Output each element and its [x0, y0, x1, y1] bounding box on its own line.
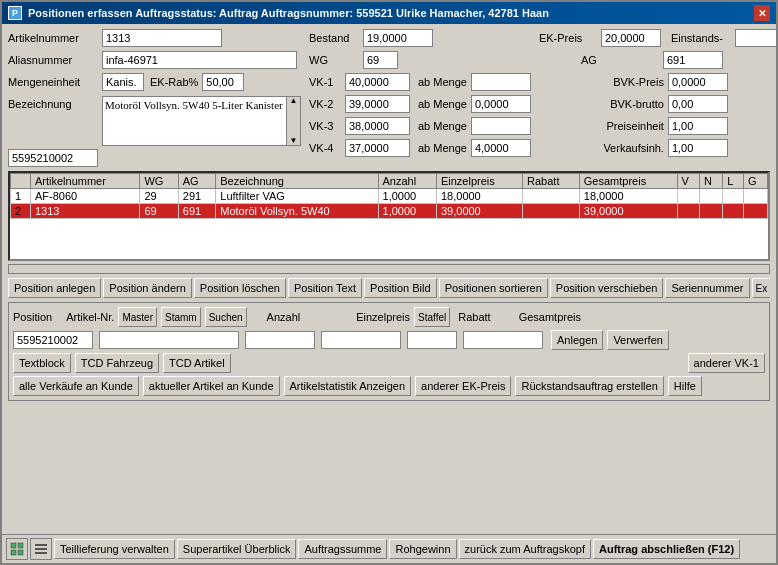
superartikel-button[interactable]: Superartikel Überblick: [177, 539, 297, 559]
bezeichnung-scrollbar[interactable]: ▲ ▼: [287, 96, 301, 146]
anderer-vk1-button[interactable]: anderer VK-1: [688, 353, 765, 373]
data-table-wrapper: Artikelnummer WG AG Bezeichnung Anzahl E…: [8, 171, 770, 261]
zurueck-button[interactable]: zurück zum Auftragskopf: [459, 539, 591, 559]
rohgewinn-button[interactable]: Rohgewinn: [389, 539, 456, 559]
grid1-icon: [10, 542, 24, 556]
alle-verkaeufe-button[interactable]: alle Verkäufe an Kunde: [13, 376, 139, 396]
bvkpreis-input[interactable]: [668, 73, 728, 91]
scroll-down-icon[interactable]: ▼: [290, 137, 298, 145]
aliasnummer-label: Aliasnummer: [8, 54, 98, 66]
icon-grid2[interactable]: [30, 538, 52, 560]
artikelstatistik-button[interactable]: Artikelstatistik Anzeigen: [284, 376, 412, 396]
bezeichnung-textarea[interactable]: Motoröl Vollsyn. 5W40 5-Liter Kanister: [102, 96, 287, 146]
vk3-input[interactable]: [345, 117, 410, 135]
position-input[interactable]: [13, 331, 93, 349]
bottom-toolbar: Teillieferung verwalten Superartikel Übe…: [2, 534, 776, 563]
position-verschieben-button[interactable]: Position verschieben: [550, 278, 664, 298]
scroll-up-icon[interactable]: ▲: [290, 97, 298, 105]
ex-button[interactable]: Ex: [752, 278, 770, 298]
ab-menge3-input[interactable]: [471, 117, 531, 135]
mengeneinheit-input[interactable]: [102, 73, 144, 91]
table-row[interactable]: 2131369691Motoröl Vollsyn. 5W401,000039,…: [11, 204, 768, 219]
hilfe-button[interactable]: Hilfe: [668, 376, 702, 396]
auftragssumme-button[interactable]: Auftragssumme: [298, 539, 387, 559]
artikelnummer-row: Artikelnummer: [8, 28, 301, 48]
staffel-button[interactable]: Staffel: [414, 307, 450, 327]
ekrab-label: EK-Rab%: [150, 76, 198, 88]
barcode-input[interactable]: [8, 149, 98, 167]
anlegen-button[interactable]: Anlegen: [551, 330, 603, 350]
abschliessen-button[interactable]: Auftrag abschließen (F12): [593, 539, 740, 559]
teillieferung-button[interactable]: Teillieferung verwalten: [54, 539, 175, 559]
ab-menge4-input[interactable]: [471, 139, 531, 157]
table-cell: Luftfilter VAG: [216, 189, 378, 204]
textblock-button[interactable]: Textblock: [13, 353, 71, 373]
bvkbrutto-input[interactable]: [668, 95, 728, 113]
artikel-nr-input[interactable]: [99, 331, 239, 349]
table-cell: 1,0000: [378, 189, 436, 204]
pos-row-1: Position Artikel-Nr. Master Stamm Suchen…: [13, 307, 765, 327]
close-button[interactable]: ✕: [754, 5, 770, 21]
ag-input[interactable]: [663, 51, 723, 69]
ekrab-input[interactable]: [202, 73, 244, 91]
suchen-button[interactable]: Suchen: [205, 307, 247, 327]
tcd-fahrzeug-button[interactable]: TCD Fahrzeug: [75, 353, 159, 373]
wg-input[interactable]: [363, 51, 398, 69]
gesamtpreis-input[interactable]: [463, 331, 543, 349]
ab-menge2-label: ab Menge: [418, 98, 467, 110]
rabatt-label-text: Rabatt: [458, 311, 490, 323]
positionen-sortieren-button[interactable]: Positionen sortieren: [439, 278, 548, 298]
table-hscroll[interactable]: [8, 264, 770, 274]
preiseinheit-input[interactable]: [668, 117, 728, 135]
table-cell: [699, 189, 722, 204]
position-text-button[interactable]: Position Text: [288, 278, 362, 298]
aktueller-artikel-button[interactable]: aktueller Artikel an Kunde: [143, 376, 280, 396]
vk4-input[interactable]: [345, 139, 410, 157]
rueckstandsauftrag-button[interactable]: Rückstandsauftrag erstellen: [515, 376, 663, 396]
col-g: G: [743, 174, 767, 189]
bvkbrutto-label: BVK-brutto: [539, 98, 664, 110]
master-button[interactable]: Master: [118, 307, 157, 327]
vk3-label: VK-3: [309, 120, 341, 132]
verkaufseinheit-input[interactable]: [668, 139, 728, 157]
vk2-input[interactable]: [345, 95, 410, 113]
anzahl-label-text: Anzahl: [267, 311, 301, 323]
middle-form: Bestand WG VK-1 ab Menge VK-2: [309, 28, 531, 168]
ag-row: AG: [539, 50, 776, 70]
einzelpreis-input[interactable]: [321, 331, 401, 349]
ab-menge1-input[interactable]: [471, 73, 531, 91]
table-row[interactable]: 1AF-806029291Luftfilter VAG1,000018,0000…: [11, 189, 768, 204]
tcd-artikel-button[interactable]: TCD Artikel: [163, 353, 231, 373]
bvkpreis-label: BVK-Preis: [539, 76, 664, 88]
stamm-button[interactable]: Stamm: [161, 307, 201, 327]
vk2-label: VK-2: [309, 98, 341, 110]
position-bild-button[interactable]: Position Bild: [364, 278, 437, 298]
wg-row: WG: [309, 50, 531, 70]
icon-grid1[interactable]: [6, 538, 28, 560]
ekpreis-input[interactable]: [601, 29, 661, 47]
seriennummer-button[interactable]: Seriennummer: [665, 278, 749, 298]
position-loeschen-button[interactable]: Position löschen: [194, 278, 286, 298]
svg-rect-6: [35, 552, 47, 554]
table-cell: [743, 204, 767, 219]
aliasnummer-input[interactable]: [102, 51, 297, 69]
anzahl-input[interactable]: [245, 331, 315, 349]
artikelnummer-input[interactable]: [102, 29, 222, 47]
col-l: L: [723, 174, 744, 189]
preiseinheit-row: Preiseinheit: [539, 116, 776, 136]
col-num: [11, 174, 31, 189]
einstands-input[interactable]: [735, 29, 776, 47]
verwerfen-button[interactable]: Verwerfen: [607, 330, 669, 350]
aliasnummer-row: Aliasnummer: [8, 50, 301, 70]
ab-menge2-input[interactable]: [471, 95, 531, 113]
action-toolbar: Position anlegen Position ändern Positio…: [8, 277, 770, 299]
col-v: V: [677, 174, 699, 189]
vk1-input[interactable]: [345, 73, 410, 91]
anderer-ek-preis-button[interactable]: anderer EK-Preis: [415, 376, 511, 396]
bestand-input[interactable]: [363, 29, 433, 47]
position-anlegen-button[interactable]: Position anlegen: [8, 278, 101, 298]
position-aendern-button[interactable]: Position ändern: [103, 278, 191, 298]
rabatt-input[interactable]: [407, 331, 457, 349]
pos-row-3: Textblock TCD Fahrzeug TCD Artikel ander…: [13, 353, 765, 373]
ag-label: AG: [539, 54, 597, 66]
